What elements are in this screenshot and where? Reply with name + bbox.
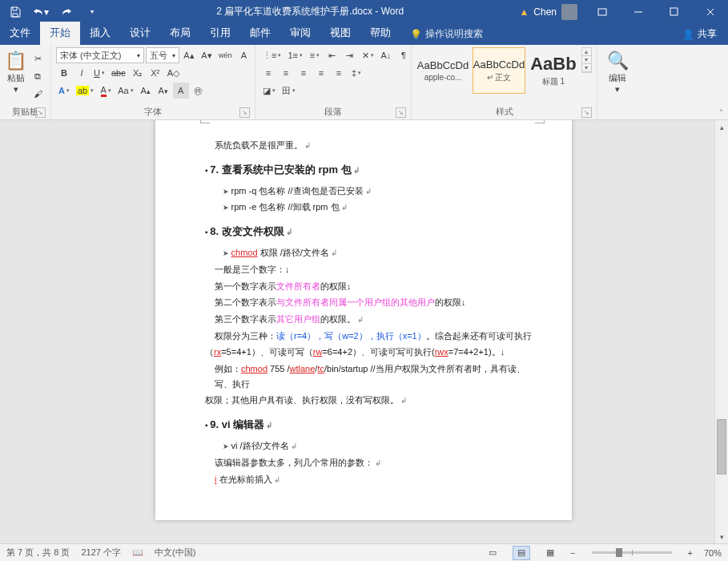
style-apple[interactable]: AaBbCcDdapple-co... (416, 47, 469, 94)
tab-file[interactable]: 文件 (0, 22, 40, 45)
font-size-combo[interactable]: 五号▾ (146, 47, 179, 63)
spell-check-icon[interactable]: 📖 (132, 547, 143, 558)
dialog-launcher[interactable]: ↘ (239, 107, 250, 118)
tab-layout[interactable]: 布局 (160, 22, 200, 45)
align-right-button[interactable]: ≡ (296, 65, 312, 81)
redo-button[interactable] (56, 2, 77, 22)
zoom-out-button[interactable]: − (570, 548, 575, 558)
heading: 9. vi 编辑器 (205, 416, 535, 434)
share-button[interactable]: 👤共享 (671, 23, 728, 45)
group-font: 宋体 (中文正文)▾ 五号▾ A▴ A▾ wén A B I U▾ abc X₂… (51, 45, 255, 119)
bold-button[interactable]: B (56, 65, 72, 81)
align-center-button[interactable]: ≡ (278, 65, 294, 81)
justify-button[interactable]: ≡ (313, 65, 329, 81)
language-indicator[interactable]: 中文(中国) (155, 547, 195, 559)
style-heading1[interactable]: AaBb标题 1 (529, 47, 578, 94)
sort-button[interactable]: A↓ (378, 47, 394, 63)
tab-view[interactable]: 视图 (320, 22, 360, 45)
dialog-launcher[interactable]: ↘ (396, 107, 406, 118)
word-count[interactable]: 2127 个字 (81, 547, 121, 559)
font-color-button[interactable]: A▾ (98, 83, 114, 99)
borders-button[interactable]: 田▾ (280, 83, 298, 99)
italic-button[interactable]: I (74, 65, 90, 81)
scroll-up-button[interactable]: ▴ (715, 120, 728, 134)
clipboard-icon: 📋 (5, 50, 26, 71)
tab-mailings[interactable]: 邮件 (240, 22, 280, 45)
account-area[interactable]: ▲ Chen (513, 4, 584, 20)
line-spacing-button[interactable]: ‡▾ (348, 65, 364, 81)
tab-design[interactable]: 设计 (120, 22, 160, 45)
subscript-button[interactable]: X₂ (130, 65, 146, 81)
strikethrough-button[interactable]: abc (109, 65, 128, 81)
tab-help[interactable]: 帮助 (360, 22, 400, 45)
vertical-scrollbar[interactable]: ▴ ▾ (714, 120, 728, 543)
save-button[interactable] (5, 2, 26, 22)
multilevel-button[interactable]: ≡▾ (307, 47, 323, 63)
scroll-thumb[interactable] (717, 419, 726, 474)
shrink-font-button[interactable]: A▾ (199, 47, 215, 63)
maximize-button[interactable] (656, 0, 692, 23)
scroll-down-icon[interactable]: ▾ (582, 56, 591, 64)
style-normal[interactable]: AaBbCcDd↵ 正文 (473, 47, 525, 94)
char-shading-button[interactable]: A (173, 83, 189, 99)
styles-expand-icon[interactable]: ▾ (582, 64, 591, 72)
group-label: 样式↘ (416, 105, 592, 118)
phonetic-guide-button[interactable]: wén (216, 47, 235, 63)
copy-button[interactable]: ⧉ (30, 68, 46, 84)
bullets-button[interactable]: ⋮≡▾ (260, 47, 284, 63)
dialog-launcher[interactable]: ↘ (581, 107, 592, 118)
zoom-slider[interactable] (592, 551, 672, 554)
window-controls (584, 0, 728, 23)
tab-review[interactable]: 审阅 (280, 22, 320, 45)
collapse-ribbon-button[interactable]: ˄ (719, 108, 723, 117)
grow-font-button[interactable]: A▴ (181, 47, 197, 63)
find-button[interactable]: 🔍 编辑 ▾ (602, 47, 633, 95)
enclose-char-button[interactable]: ㊕ (191, 83, 207, 99)
tab-home[interactable]: 开始 (40, 22, 80, 45)
undo-button[interactable]: ▾ (30, 2, 51, 22)
format-painter-button[interactable]: 🖌 (30, 86, 46, 102)
char-border-button[interactable]: A (236, 47, 252, 63)
shrink-font2-button[interactable]: A▾ (155, 83, 171, 99)
dialog-launcher[interactable]: ↘ (35, 107, 46, 118)
change-case-button[interactable]: Aa▾ (115, 83, 135, 99)
tell-me[interactable]: 💡操作说明搜索 (400, 23, 493, 45)
ribbon-display-button[interactable] (584, 0, 620, 23)
align-left-button[interactable]: ≡ (260, 65, 276, 81)
chevron-down-icon: ▾ (14, 84, 18, 95)
font-name-combo[interactable]: 宋体 (中文正文)▾ (56, 47, 144, 63)
distributed-button[interactable]: ≡ (331, 65, 347, 81)
page-indicator[interactable]: 第 7 页，共 8 页 (6, 547, 70, 559)
scroll-up-icon[interactable]: ▴ (582, 48, 591, 56)
qat-customize-button[interactable]: ▾ (82, 2, 103, 22)
decrease-indent-button[interactable]: ⇤ (324, 47, 340, 63)
text-effects-button[interactable]: A▾ (56, 83, 72, 99)
numbering-button[interactable]: 1≡▾ (285, 47, 305, 63)
highlight-button[interactable]: ab▾ (74, 83, 96, 99)
zoom-in-button[interactable]: + (688, 548, 693, 558)
scroll-down-button[interactable]: ▾ (715, 530, 728, 543)
web-layout-button[interactable]: ▦ (541, 546, 559, 560)
print-layout-button[interactable]: ▤ (513, 546, 530, 560)
clear-format-button[interactable]: A◇ (165, 65, 182, 81)
editing-label: 编辑 (609, 73, 626, 83)
asian-layout-button[interactable]: ✕▾ (360, 47, 376, 63)
superscript-button[interactable]: X² (147, 65, 163, 81)
increase-indent-button[interactable]: ⇥ (342, 47, 358, 63)
page[interactable]: 系统负载不是很严重。 7. 查看系统中已安装的 rpm 包 rpm -q 包名称… (155, 120, 572, 520)
styles-scroll[interactable]: ▴▾▾ (581, 47, 592, 73)
tab-references[interactable]: 引用 (200, 22, 240, 45)
tab-insert[interactable]: 插入 (80, 22, 120, 45)
shading-button[interactable]: ◪▾ (260, 83, 278, 99)
show-marks-button[interactable]: ¶ (396, 47, 412, 63)
slider-handle[interactable] (616, 548, 622, 557)
zoom-level[interactable]: 70% (704, 548, 722, 558)
paste-button[interactable]: 📋 粘贴 ▾ (5, 47, 26, 95)
grow-font2-button[interactable]: A▴ (138, 83, 154, 99)
cut-button[interactable]: ✂ (30, 50, 46, 67)
minimize-button[interactable] (620, 0, 656, 23)
lightbulb-icon: 💡 (410, 29, 422, 40)
close-button[interactable] (692, 0, 728, 23)
underline-button[interactable]: U▾ (91, 65, 107, 81)
read-mode-button[interactable]: ▭ (484, 546, 501, 560)
